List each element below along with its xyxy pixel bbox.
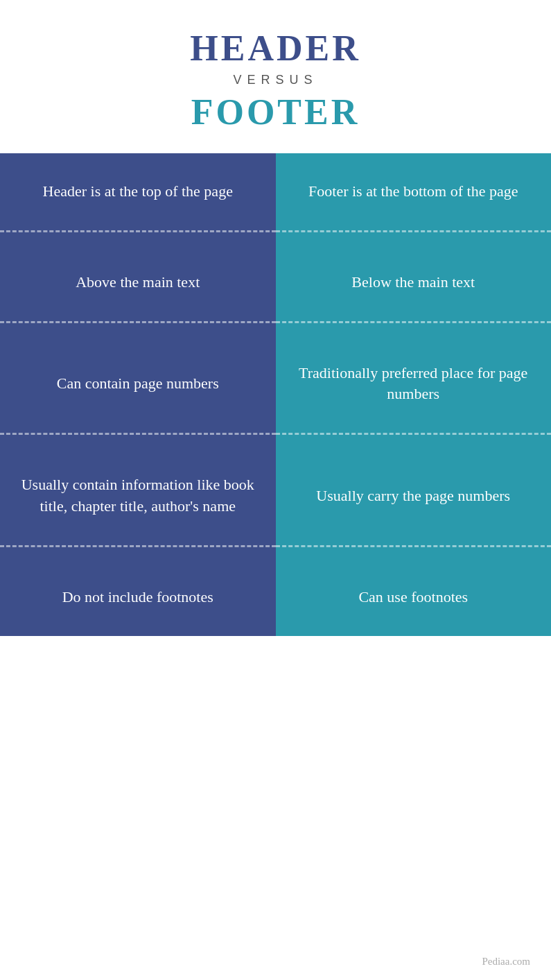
divider-right — [276, 433, 552, 447]
table-row: Do not include footnotes Can use footnot… — [0, 559, 551, 636]
divider-right — [276, 545, 552, 559]
divider-left — [0, 545, 276, 559]
cell-header-page-numbers: Can contain page numbers — [0, 335, 276, 433]
cell-text: Above the main text — [76, 272, 200, 293]
main-title-header: HEADER — [14, 28, 537, 69]
table-row: Above the main text Below the main text — [0, 244, 551, 321]
table-row: Header is at the top of the page Footer … — [0, 153, 551, 230]
comparison-table: Header is at the top of the page Footer … — [0, 153, 551, 947]
table-row: Can contain page numbers Traditionally p… — [0, 335, 551, 433]
cell-footer-below: Below the main text — [276, 244, 552, 321]
row-divider — [0, 433, 551, 447]
cell-footer-footnotes: Can use footnotes — [276, 559, 552, 636]
cell-text: Usually carry the page numbers — [316, 485, 510, 507]
row-divider — [0, 321, 551, 335]
cell-text: Can use footnotes — [358, 587, 468, 608]
divider-left — [0, 321, 276, 335]
cell-header-info: Usually contain information like book ti… — [0, 447, 276, 545]
branding: Pediaa.com — [0, 947, 551, 980]
cell-header-footnotes: Do not include footnotes — [0, 559, 276, 636]
cell-footer-traditionally: Traditionally preferred place for page n… — [276, 335, 552, 433]
divider-right — [276, 321, 552, 335]
cell-text: Header is at the top of the page — [43, 181, 233, 203]
cell-text: Traditionally preferred place for page n… — [297, 363, 531, 406]
cell-text: Do not include footnotes — [62, 587, 213, 608]
cell-text: Can contain page numbers — [57, 373, 219, 395]
cell-header-position: Header is at the top of the page — [0, 153, 276, 230]
row-divider — [0, 230, 551, 244]
cell-header-above: Above the main text — [0, 244, 276, 321]
divider-right — [276, 230, 552, 244]
main-title-footer: FOOTER — [14, 92, 537, 132]
cell-footer-carry: Usually carry the page numbers — [276, 447, 552, 545]
versus-label: VERSUS — [14, 73, 537, 87]
divider-left — [0, 230, 276, 244]
title-section: HEADER VERSUS FOOTER — [0, 0, 551, 153]
cell-text: Usually contain information like book ti… — [21, 474, 255, 517]
divider-left — [0, 433, 276, 447]
cell-text: Below the main text — [351, 272, 475, 293]
row-divider — [0, 545, 551, 559]
cell-footer-position: Footer is at the bottom of the page — [276, 153, 552, 230]
table-row: Usually contain information like book ti… — [0, 447, 551, 545]
cell-text: Footer is at the bottom of the page — [308, 181, 518, 203]
